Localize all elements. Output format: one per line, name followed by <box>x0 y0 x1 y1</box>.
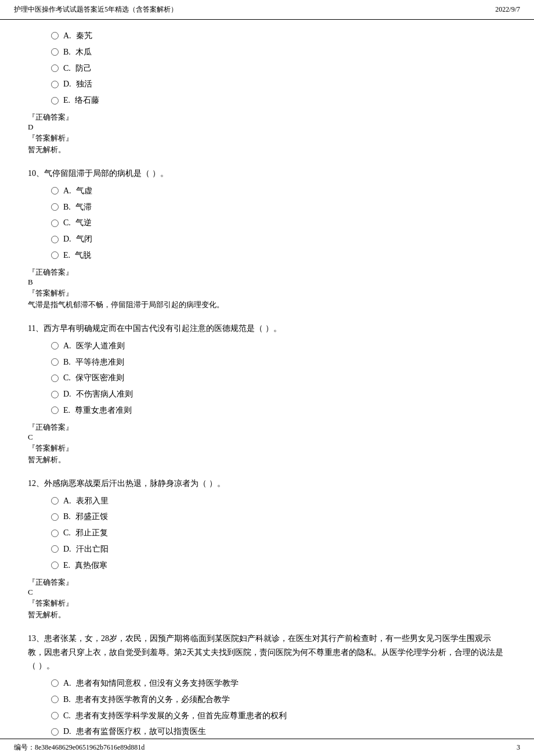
option-text-q11-0: 医学人道准则 <box>76 339 125 353</box>
radio-icon-q10-4[interactable] <box>51 251 59 259</box>
option-label-q12-2: C. <box>63 526 71 540</box>
question-text-q10: 10、气停留阻滞于局部的病机是（ ）。 <box>28 167 506 181</box>
header-date: 2022/9/7 <box>495 5 520 14</box>
radio-icon-q12-2[interactable] <box>51 530 59 537</box>
answer-section-q_prev: 『正确答案』D『答案解析』暂无解析。 <box>28 112 506 156</box>
footer-code-value: 8e38e468629e0651962b7616e89d881d <box>35 743 145 751</box>
option-label-q12-4: E. <box>63 559 70 573</box>
analysis-text-q11: 暂无解析。 <box>28 453 506 466</box>
answer-label-q_prev: 『正确答案』 <box>28 112 506 123</box>
radio-icon-q13-3[interactable] <box>51 728 59 736</box>
radio-icon-q10-1[interactable] <box>51 203 59 211</box>
options-q10: A.气虚B.气滞C.气逆D.气闭E.气脱 <box>51 184 506 262</box>
option-text-q_prev-3: 独活 <box>76 77 92 91</box>
option-label-q12-1: B. <box>63 510 71 524</box>
option-text-q13-1: 患者有支持医学教育的义务，必须配合教学 <box>75 693 230 707</box>
radio-icon-q_prev-0[interactable] <box>51 32 59 39</box>
answer-value-q10: B <box>28 278 506 287</box>
option-row-q10-1: B.气滞 <box>51 200 506 214</box>
option-text-q_prev-0: 秦艽 <box>76 29 92 43</box>
radio-icon-q11-2[interactable] <box>51 375 59 382</box>
question-text-q12: 12、外感病恶寒战栗后汗出热退，脉静身凉者为（ ）。 <box>28 477 506 491</box>
question-q11: 11、西方早有明确规定而在中国古代没有引起注意的医德规范是（ ）。A.医学人道准… <box>28 322 506 466</box>
radio-icon-q12-1[interactable] <box>51 513 59 521</box>
option-text-q13-2: 患者有支持医学科学发展的义务，但首先应尊重患者的权利 <box>75 709 287 723</box>
answer-label-q12: 『正确答案』 <box>28 577 506 588</box>
radio-icon-q11-0[interactable] <box>51 342 59 350</box>
option-row-q_prev-4: E.络石藤 <box>51 93 506 107</box>
question-q10: 10、气停留阻滞于局部的病机是（ ）。A.气虚B.气滞C.气逆D.气闭E.气脱『… <box>28 167 506 311</box>
answer-section-q12: 『正确答案』C『答案解析』暂无解析。 <box>28 577 506 621</box>
option-row-q12-0: A.表邪入里 <box>51 494 506 508</box>
option-row-q13-0: A.患者有知情同意权，但没有义务支持医学教学 <box>51 676 506 690</box>
analysis-text-q12: 暂无解析。 <box>28 609 506 621</box>
radio-icon-q10-2[interactable] <box>51 219 59 227</box>
option-row-q12-3: D.汗出亡阳 <box>51 542 506 556</box>
radio-icon-q_prev-4[interactable] <box>51 97 59 105</box>
page-content: A.秦艽B.木瓜C.防己D.独活E.络石藤『正确答案』D『答案解析』暂无解析。1… <box>0 20 534 756</box>
question-text-q11: 11、西方早有明确规定而在中国古代没有引起注意的医德规范是（ ）。 <box>28 322 506 336</box>
question-text-q13: 13、患者张某，女，28岁，农民，因预产期将临面到某医院妇产科就诊，在医生对其行… <box>28 632 506 673</box>
answer-value-q12: C <box>28 588 506 597</box>
radio-icon-q_prev-3[interactable] <box>51 81 59 88</box>
radio-icon-q13-0[interactable] <box>51 679 59 687</box>
option-row-q_prev-1: B.木瓜 <box>51 45 506 59</box>
option-row-q_prev-0: A.秦艽 <box>51 29 506 43</box>
option-label-q10-4: E. <box>63 249 70 262</box>
option-label-q12-3: D. <box>63 542 71 556</box>
option-row-q11-1: B.平等待患准则 <box>51 355 506 369</box>
radio-icon-q11-4[interactable] <box>51 406 59 414</box>
question-q13: 13、患者张某，女，28岁，农民，因预产期将临面到某医院妇产科就诊，在医生对其行… <box>28 632 506 739</box>
option-label-q13-3: D. <box>63 725 71 739</box>
analysis-text-q_prev: 暂无解析。 <box>28 143 506 156</box>
answer-label-q11: 『正确答案』 <box>28 422 506 433</box>
option-row-q11-0: A.医学人道准则 <box>51 339 506 353</box>
analysis-label-q12: 『答案解析』 <box>28 598 506 609</box>
radio-icon-q13-2[interactable] <box>51 712 59 719</box>
option-row-q12-4: E.真热假寒 <box>51 559 506 573</box>
option-text-q11-3: 不伤害病人准则 <box>76 387 133 401</box>
option-label-q_prev-0: A. <box>63 29 71 43</box>
option-label-q10-3: D. <box>63 232 71 246</box>
footer-code-label: 编号： <box>14 743 35 751</box>
option-row-q10-4: E.气脱 <box>51 249 506 262</box>
option-text-q12-4: 真热假寒 <box>75 559 107 573</box>
options-q13: A.患者有知情同意权，但没有义务支持医学教学B.患者有支持医学教育的义务，必须配… <box>51 676 506 739</box>
radio-icon-q10-0[interactable] <box>51 187 59 195</box>
analysis-label-q_prev: 『答案解析』 <box>28 133 506 143</box>
option-text-q10-3: 气闭 <box>76 232 92 246</box>
option-text-q_prev-4: 络石藤 <box>75 93 99 107</box>
option-row-q_prev-2: C.防己 <box>51 62 506 75</box>
analysis-label-q10: 『答案解析』 <box>28 288 506 298</box>
option-text-q12-3: 汗出亡阳 <box>76 542 109 556</box>
radio-icon-q10-3[interactable] <box>51 236 59 243</box>
radio-icon-q_prev-1[interactable] <box>51 48 59 56</box>
option-text-q11-4: 尊重女患者准则 <box>75 404 132 417</box>
option-label-q11-2: C. <box>63 371 71 385</box>
options-q12: A.表邪入里B.邪盛正馁C.邪止正复D.汗出亡阳E.真热假寒 <box>51 494 506 573</box>
option-label-q10-1: B. <box>63 200 71 214</box>
option-label-q11-0: A. <box>63 339 71 353</box>
radio-icon-q11-3[interactable] <box>51 391 59 398</box>
footer-page-number: 3 <box>517 743 520 752</box>
radio-icon-q_prev-2[interactable] <box>51 64 59 72</box>
option-label-q11-3: D. <box>63 387 71 401</box>
radio-icon-q11-1[interactable] <box>51 358 59 366</box>
analysis-text-q10: 气滞是指气机郁滞不畅，停留阻滞于局部引起的病理变化。 <box>28 298 506 311</box>
option-row-q11-2: C.保守医密准则 <box>51 371 506 385</box>
option-text-q10-1: 气滞 <box>75 200 92 214</box>
option-text-q10-4: 气脱 <box>75 249 91 262</box>
page-header: 护理中医操作考试试题答案近5年精选（含答案解析） 2022/9/7 <box>0 0 534 20</box>
option-label-q13-2: C. <box>63 709 71 723</box>
option-label-q10-0: A. <box>63 184 71 198</box>
option-label-q13-1: B. <box>63 693 71 707</box>
radio-icon-q13-1[interactable] <box>51 696 59 703</box>
radio-icon-q12-0[interactable] <box>51 497 59 505</box>
radio-icon-q12-4[interactable] <box>51 561 59 569</box>
option-row-q11-3: D.不伤害病人准则 <box>51 387 506 401</box>
option-row-q13-1: B.患者有支持医学教育的义务，必须配合教学 <box>51 693 506 707</box>
radio-icon-q12-3[interactable] <box>51 545 59 553</box>
option-row-q10-0: A.气虚 <box>51 184 506 198</box>
option-label-q11-1: B. <box>63 355 71 369</box>
question-q12: 12、外感病恶寒战栗后汗出热退，脉静身凉者为（ ）。A.表邪入里B.邪盛正馁C.… <box>28 477 506 621</box>
